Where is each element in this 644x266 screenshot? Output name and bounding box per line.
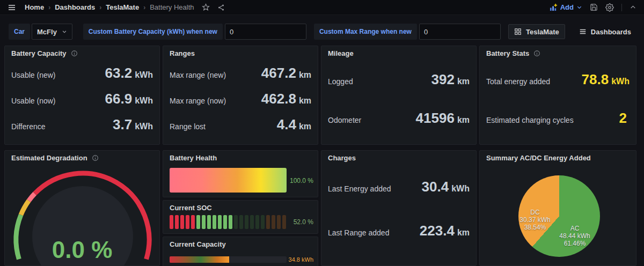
panel-title[interactable]: Battery Stats [486, 49, 529, 57]
favorite-star-button[interactable] [202, 3, 210, 11]
stat-value: 462.8 [261, 91, 296, 107]
dashboards-link-button[interactable]: Dashboards [574, 24, 636, 39]
stat-unit: km [457, 115, 470, 124]
soc-cell [239, 215, 243, 229]
teslamate-link-label: TeslaMate [526, 28, 559, 36]
panel-mileage: Mileage Logged 392km Odometer 41596km [321, 46, 477, 145]
add-label: Add [560, 3, 574, 11]
stat-value: 30.4 [422, 179, 449, 195]
soc-cell [261, 215, 265, 229]
collapse-topbar-button[interactable] [630, 4, 636, 11]
breadcrumb-current-page: Battery Health [150, 3, 194, 11]
stat-unit: km [457, 77, 470, 86]
panel-title[interactable]: Battery Capacity [11, 49, 67, 57]
pie-slice-kwh: 48.44 kWh [545, 232, 604, 240]
soc-cell [282, 215, 286, 229]
stat-label: Last Energy added [328, 184, 391, 193]
soc-cell [234, 215, 238, 229]
top-nav-bar: Home › Dashboards › TeslaMate › Battery … [0, 0, 644, 15]
custom-max-range-label[interactable]: Custom Max Range when new [314, 24, 417, 40]
stat-row: Difference 3.7kWh [11, 116, 153, 133]
pie-slice-name: AC [545, 225, 604, 232]
panel-title[interactable]: Mileage [328, 49, 354, 57]
dashboard-settings-button[interactable] [605, 3, 614, 12]
soc-cell [191, 215, 195, 229]
stat-row: Logged 392km [328, 71, 470, 88]
custom-battery-capacity-input[interactable] [225, 24, 306, 40]
stat-value: 223.4 [420, 223, 455, 239]
stat-unit: kWh [135, 96, 153, 105]
pie-slice-pct: 61.46% [545, 240, 604, 247]
panel-battery-health: Battery Health 100.0 % [163, 150, 318, 197]
panel-battery-stats: Battery Stats Total energy added 78.8kWh… [479, 46, 636, 145]
breadcrumb-home[interactable]: Home [25, 3, 44, 11]
soc-cell [207, 215, 211, 229]
gear-icon [605, 3, 614, 12]
car-variable-label: Car [9, 24, 30, 40]
soc-cell [245, 215, 248, 229]
star-icon [202, 3, 210, 11]
stat-value: 41596 [416, 110, 455, 126]
stat-unit: kWh [135, 70, 153, 79]
panel-current-soc: Current SOC 52.0 % [163, 200, 318, 234]
breadcrumb: Home › Dashboards › TeslaMate › Battery … [25, 3, 194, 11]
info-icon[interactable] [71, 50, 78, 57]
soc-cell [180, 215, 184, 229]
soc-cell [266, 215, 270, 229]
stat-value: 78.8 [582, 71, 609, 87]
add-panel-icon [550, 3, 558, 11]
stat-row: Max range (new) 467.2km [170, 65, 311, 82]
stat-label: Usable (new) [11, 71, 55, 79]
stat-unit: km [299, 122, 311, 131]
battery-health-value: 100.0 % [290, 177, 313, 184]
soc-cell [213, 215, 216, 229]
panel-title[interactable]: Current SOC [170, 204, 212, 212]
stat-row: Last Energy added 30.4kWh [328, 179, 470, 195]
share-button[interactable] [217, 4, 225, 11]
stat-unit: kWh [451, 184, 470, 193]
current-capacity-fill [170, 256, 229, 263]
soc-cell [186, 215, 189, 229]
panel-current-capacity: Current Capacity 34.8 kWh [163, 237, 318, 266]
teslamate-link-button[interactable]: TeslaMate [508, 24, 565, 39]
soc-cell [196, 215, 200, 229]
soc-cell [229, 215, 232, 229]
stat-row: Odometer 41596km [328, 110, 470, 127]
menu-toggle-button[interactable] [8, 3, 16, 12]
chevron-down-icon [576, 4, 582, 10]
stat-row: Last Range added 223.4km [328, 223, 470, 239]
soc-cell [250, 215, 254, 229]
stat-unit: km [299, 96, 311, 105]
stat-unit: km [457, 228, 470, 237]
panel-title[interactable]: Current Capacity [170, 240, 226, 248]
pie-slice-name: DC [506, 209, 565, 216]
stat-value: 467.2 [261, 65, 296, 81]
custom-max-range-input[interactable] [419, 24, 501, 40]
soc-cell [202, 215, 206, 229]
stat-value: 63.2 [105, 65, 133, 81]
save-dashboard-button[interactable] [590, 3, 598, 11]
panel-ranges: Ranges Max range (new) 467.2km Max range… [163, 46, 318, 145]
panel-title[interactable]: Battery Health [170, 154, 217, 162]
breadcrumb-dashboards[interactable]: Dashboards [55, 3, 95, 11]
panel-title[interactable]: Summary AC/DC Energy Added [486, 154, 591, 162]
dashboards-link-label: Dashboards [591, 28, 631, 36]
info-icon[interactable] [533, 50, 540, 57]
custom-battery-capacity-label[interactable]: Custom Battery Capacity (kWh) when new [83, 24, 223, 40]
add-panel-button[interactable]: Add [550, 3, 582, 11]
panel-title[interactable]: Ranges [170, 49, 195, 57]
soc-cell [277, 215, 281, 229]
pie-label-ac: AC 48.44 kWh 61.46% [545, 225, 604, 247]
stat-label: Odometer [328, 116, 361, 124]
soc-cell [175, 215, 179, 229]
car-variable-value: McFly [37, 28, 57, 36]
panel-title[interactable]: Charges [328, 154, 356, 162]
stat-label: Max range (now) [170, 97, 226, 105]
stat-row: Range lost 4.4km [170, 116, 311, 133]
stat-label: Logged [328, 77, 353, 86]
car-variable-select[interactable]: McFly [32, 24, 72, 40]
breadcrumb-teslamate[interactable]: TeslaMate [106, 3, 139, 11]
soc-cell [255, 215, 259, 229]
breadcrumb-separator: › [48, 4, 50, 11]
stat-label: Usable (now) [11, 97, 55, 105]
